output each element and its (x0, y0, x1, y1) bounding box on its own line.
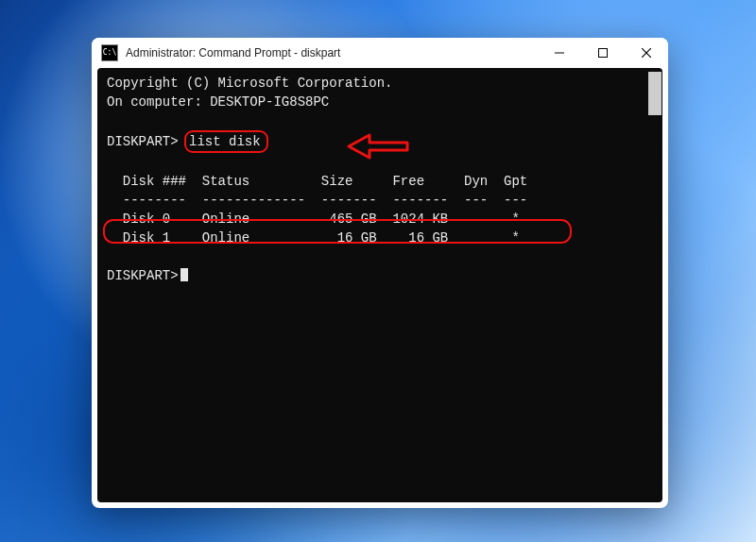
maximize-button[interactable] (581, 38, 625, 68)
svg-rect-1 (599, 49, 608, 58)
command-highlight-box: list disk (184, 130, 268, 153)
blank-line (107, 247, 653, 266)
minimize-button[interactable] (538, 38, 581, 68)
blank-line (107, 153, 653, 172)
prompt-command-line: DISKPART> list disk (107, 130, 653, 153)
blank-line (107, 111, 653, 130)
computer-line: On computer: DESKTOP-IG8S8PC (107, 93, 653, 111)
table-row: Disk 0 Online 465 GB 1024 KB * (107, 210, 653, 229)
table-row: Disk 1 Online 16 GB 16 GB * (107, 229, 653, 247)
cmd-icon: C:\ (101, 44, 118, 61)
typed-command: list disk (189, 134, 261, 149)
scrollbar-thumb[interactable] (648, 72, 662, 115)
diskpart-prompt: DISKPART> (107, 134, 179, 149)
close-button[interactable] (625, 38, 668, 68)
diskpart-prompt-idle: DISKPART> (107, 266, 653, 285)
cursor-icon (180, 268, 188, 281)
table-header: Disk ### Status Size Free Dyn Gpt (107, 172, 653, 191)
copyright-line: Copyright (C) Microsoft Corporation. (107, 74, 653, 93)
terminal-output[interactable]: Copyright (C) Microsoft Corporation. On … (97, 68, 662, 502)
command-prompt-window: C:\ Administrator: Command Prompt - disk… (92, 38, 668, 508)
titlebar[interactable]: C:\ Administrator: Command Prompt - disk… (92, 38, 668, 68)
table-divider: -------- ------------- ------- ------- -… (107, 191, 653, 210)
window-title: Administrator: Command Prompt - diskpart (126, 46, 340, 59)
